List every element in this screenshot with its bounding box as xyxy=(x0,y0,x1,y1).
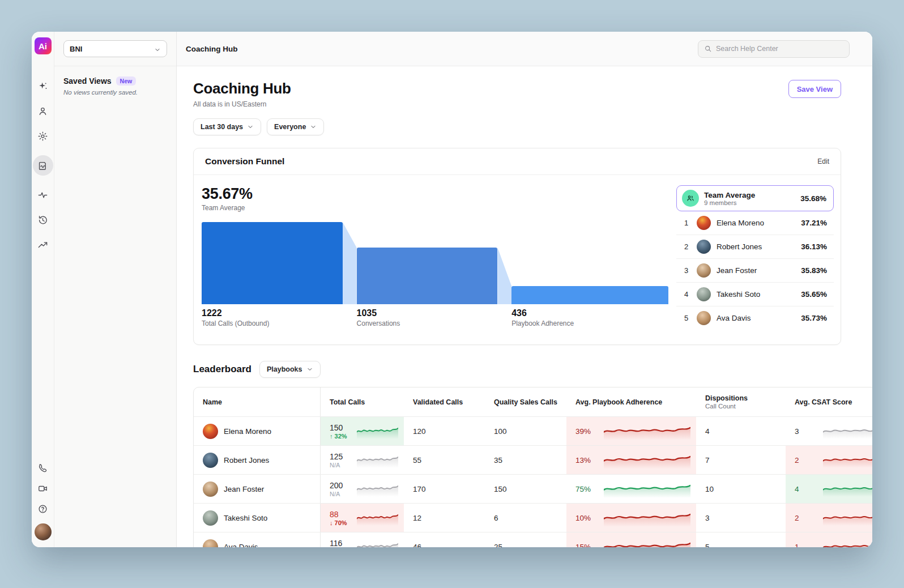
col-dispositions: DispositionsCall Count xyxy=(696,387,786,416)
playbooks-filter[interactable]: Playbooks xyxy=(259,361,321,378)
sparkles-icon[interactable] xyxy=(37,80,49,92)
leaderboard-table: Name Total Calls Validated Calls Quality… xyxy=(193,387,872,547)
trend-sparkline xyxy=(357,539,398,548)
topbar: Coaching Hub Search Help Center xyxy=(177,32,872,66)
edit-link[interactable]: Edit xyxy=(817,157,829,165)
app-logo[interactable]: Ai xyxy=(35,37,52,54)
col-quality-calls: Quality Sales Calls xyxy=(485,387,566,416)
leaderboard-title: Leaderboard xyxy=(193,364,251,375)
user-avatar[interactable] xyxy=(35,523,52,540)
col-csat: Avg. CSAT Score xyxy=(786,387,872,416)
trend-sparkline xyxy=(823,510,872,526)
col-validated-calls: Validated Calls xyxy=(404,387,485,416)
col-name: Name xyxy=(194,387,321,416)
conversion-funnel-card: Conversion Funnel Edit 35.67% Team Avera… xyxy=(193,148,841,345)
coaching-hub-icon[interactable] xyxy=(33,155,53,176)
app-window: Ai xyxy=(32,32,872,547)
chevron-down-icon xyxy=(306,366,313,373)
sidebar: BNI Saved Views New No views currently s… xyxy=(54,32,177,547)
team-average-value: 35.67% xyxy=(202,185,668,203)
save-view-button[interactable]: Save View xyxy=(788,80,841,98)
rank-row[interactable]: 3 Jean Foster 35.83% xyxy=(676,259,834,283)
person-icon[interactable] xyxy=(37,105,49,117)
settings-gear-icon[interactable] xyxy=(37,130,49,142)
date-range-filter[interactable]: Last 30 days xyxy=(193,118,261,135)
trend-sparkline xyxy=(604,509,690,527)
trend-sparkline xyxy=(357,424,398,439)
chevron-down-icon xyxy=(310,123,317,130)
help-icon[interactable] xyxy=(37,503,49,514)
funnel-stage-3[interactable] xyxy=(511,286,668,304)
chevron-down-icon xyxy=(154,45,161,52)
audience-filter[interactable]: Everyone xyxy=(267,118,324,135)
phone-icon[interactable] xyxy=(37,462,49,474)
adherence-ranking-list: Team Average 9 members 35.68% 1 Elena Mo… xyxy=(676,185,834,328)
card-title: Conversion Funnel xyxy=(205,156,284,167)
chevron-down-icon xyxy=(247,123,254,130)
team-average-row[interactable]: Team Average 9 members 35.68% xyxy=(676,185,834,211)
trending-up-icon[interactable] xyxy=(37,239,49,250)
avatar xyxy=(697,216,711,230)
search-placeholder: Search Help Center xyxy=(716,45,778,53)
avatar xyxy=(697,287,711,301)
trend-sparkline xyxy=(604,451,690,469)
activity-icon[interactable] xyxy=(37,189,49,201)
workspace-name: BNI xyxy=(70,45,82,53)
avatar xyxy=(697,263,711,278)
saved-views-title: Saved Views xyxy=(63,76,112,86)
funnel-connector xyxy=(497,222,511,304)
funnel-stage-1[interactable] xyxy=(202,222,343,304)
table-row[interactable]: Elena Moreno 150↑ 32% 120 100 39% 4 3 xyxy=(194,417,872,446)
rank-row[interactable]: 1 Elena Moreno 37.21% xyxy=(676,211,834,235)
team-average-label: Team Average xyxy=(202,204,668,212)
trend-sparkline xyxy=(823,424,872,439)
main-content: Coaching Hub All data is in US/Eastern S… xyxy=(177,66,872,547)
history-icon[interactable] xyxy=(37,214,49,225)
avatar xyxy=(697,240,711,254)
trend-sparkline xyxy=(823,539,872,548)
avatar xyxy=(203,453,218,468)
funnel-stage-2[interactable] xyxy=(357,248,498,304)
avatar xyxy=(203,482,218,497)
trend-sparkline xyxy=(357,510,398,526)
funnel-label-3: 436 Playbook Adherence xyxy=(511,308,574,327)
workspace-select[interactable]: BNI xyxy=(63,40,167,57)
table-header-row: Name Total Calls Validated Calls Quality… xyxy=(194,387,872,417)
trend-sparkline xyxy=(604,538,690,548)
funnel-label-2: 1035 Conversations xyxy=(357,308,400,327)
col-total-calls: Total Calls xyxy=(321,387,404,416)
funnel-chart xyxy=(202,222,668,304)
team-icon xyxy=(682,190,699,207)
video-icon[interactable] xyxy=(37,483,49,494)
icon-rail: Ai xyxy=(32,32,54,547)
trend-sparkline xyxy=(357,453,398,468)
trend-sparkline xyxy=(823,453,872,468)
page-title: Coaching Hub xyxy=(193,80,291,97)
table-row[interactable]: Robert Jones 125N/A 55 35 13% 7 2 xyxy=(194,446,872,475)
trend-sparkline xyxy=(357,482,398,497)
rank-row[interactable]: 4 Takeshi Soto 35.65% xyxy=(676,283,834,306)
avatar xyxy=(697,311,711,325)
avatar xyxy=(203,510,218,526)
search-icon xyxy=(704,45,712,53)
table-row[interactable]: Jean Foster 200N/A 170 150 75% 10 4 xyxy=(194,475,872,504)
avatar xyxy=(203,424,218,439)
table-row[interactable]: Ava Davis 116N/A 46 25 15% 5 1 xyxy=(194,532,872,547)
col-adherence: Avg. Playbook Adherence xyxy=(566,387,696,416)
avatar xyxy=(203,539,218,548)
timezone-note: All data is in US/Eastern xyxy=(193,100,291,108)
table-row[interactable]: Takeshi Soto 88↓ 70% 12 6 10% 3 2 xyxy=(194,504,872,532)
saved-views-empty-text: No views currently saved. xyxy=(63,89,167,96)
help-search-input[interactable]: Search Help Center xyxy=(698,40,850,58)
trend-sparkline xyxy=(823,482,872,497)
funnel-label-1: 1222 Total Calls (Outbound) xyxy=(202,308,269,327)
trend-sparkline xyxy=(604,480,690,498)
trend-sparkline xyxy=(604,423,690,440)
new-badge: New xyxy=(116,76,137,86)
topbar-title: Coaching Hub xyxy=(186,45,238,53)
rank-row[interactable]: 2 Robert Jones 36.13% xyxy=(676,235,834,259)
funnel-connector xyxy=(343,222,357,304)
rank-row[interactable]: 5 Ava Davis 35.73% xyxy=(676,306,834,328)
